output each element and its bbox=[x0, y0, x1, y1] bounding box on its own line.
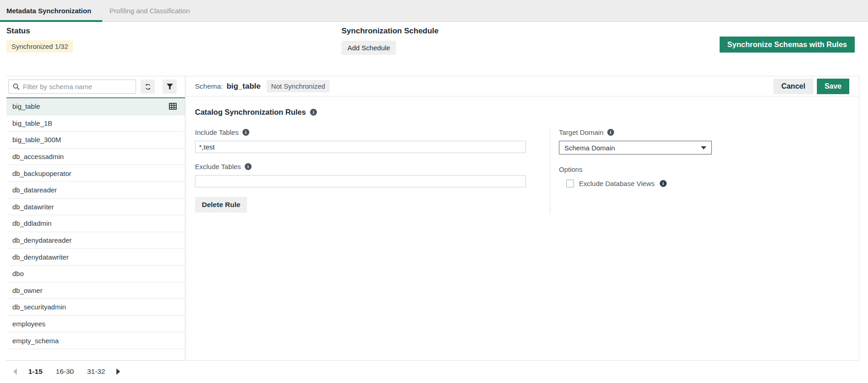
schema-item-name: db_backupoperator bbox=[12, 170, 71, 177]
search-box bbox=[8, 80, 136, 94]
tab-profiling-and-classification[interactable]: Profiling and Classification bbox=[102, 0, 197, 21]
filter-row bbox=[6, 76, 185, 98]
schema-list-item[interactable]: db_denydatawriter bbox=[6, 249, 185, 266]
pagination-page[interactable]: 16-30 bbox=[56, 367, 74, 376]
tab-metadata-synchronization[interactable]: Metadata Synchronization bbox=[0, 0, 102, 21]
exclude-database-views-checkbox[interactable] bbox=[566, 180, 574, 187]
main-panel-body: Catalog Synchronization Rules Include Ta… bbox=[185, 96, 859, 360]
schema-item-name: db_datawriter bbox=[12, 203, 54, 211]
status-block: Status Synchronized 1/32 bbox=[6, 27, 73, 53]
pagination-page[interactable]: 31-32 bbox=[87, 367, 105, 376]
table-grid-icon bbox=[169, 103, 177, 110]
schema-list-item[interactable]: db_securityadmin bbox=[6, 299, 185, 316]
refresh-icon bbox=[144, 83, 152, 90]
pagination-page[interactable]: 1-15 bbox=[28, 367, 42, 376]
rules-title: Catalog Synchronization Rules bbox=[195, 108, 306, 117]
target-domain-form: Target Domain Schema Domain Options Excl… bbox=[559, 128, 755, 187]
schema-list-item[interactable]: big_table bbox=[6, 98, 185, 115]
schema-item-name: employees bbox=[12, 320, 46, 328]
schema-list-item[interactable]: employees bbox=[6, 316, 185, 333]
page-header: Status Synchronized 1/32 Synchronization… bbox=[0, 22, 868, 76]
schema-item-name: db_accessadmin bbox=[12, 153, 64, 160]
options-label: Options bbox=[559, 165, 755, 173]
schema-item-name: big_table bbox=[12, 102, 40, 110]
info-icon[interactable] bbox=[242, 129, 249, 136]
schema-list-item[interactable]: big_table_300M bbox=[6, 132, 185, 149]
schema-item-name: big_table_300M bbox=[12, 136, 61, 144]
schema-pagination: 1-1516-3031-32 bbox=[0, 361, 868, 376]
exclude-database-views-label: Exclude Database Views bbox=[579, 180, 655, 187]
schedule-block: Synchronization Schedule Add Schedule bbox=[342, 27, 439, 55]
info-icon[interactable] bbox=[660, 180, 667, 187]
info-icon[interactable] bbox=[310, 109, 317, 116]
pagination-prev-icon[interactable] bbox=[13, 368, 17, 375]
not-synchronized-badge: Not Synchronized bbox=[267, 80, 330, 92]
selected-schema-name: big_table bbox=[226, 82, 261, 91]
main-panel-header: Schema: big_table Not Synchronized Cance… bbox=[185, 76, 859, 96]
target-domain-label: Target Domain bbox=[559, 128, 604, 136]
include-tables-input[interactable] bbox=[195, 141, 526, 153]
schema-item-name: db_denydatawriter bbox=[12, 253, 68, 261]
funnel-icon bbox=[166, 83, 174, 90]
schema-item-name: db_owner bbox=[12, 287, 42, 294]
schema-list-item[interactable]: db_owner bbox=[6, 282, 185, 299]
schema-list-item[interactable]: db_backupoperator bbox=[6, 165, 185, 182]
tab-bar: Metadata Synchronization Profiling and C… bbox=[0, 0, 868, 22]
schema-sidebar: big_table big_table_1B big_table_300M db… bbox=[6, 76, 185, 361]
exclude-tables-label: Exclude Tables bbox=[195, 163, 241, 170]
schema-item-name: db_datareader bbox=[12, 186, 57, 194]
schema-list-item[interactable]: db_accessadmin bbox=[6, 149, 185, 165]
content-area: big_table big_table_1B big_table_300M db… bbox=[6, 76, 859, 361]
search-icon bbox=[13, 83, 20, 90]
chevron-down-icon bbox=[701, 146, 706, 149]
exclude-tables-input[interactable] bbox=[195, 175, 526, 187]
schema-filter-input[interactable] bbox=[23, 83, 132, 90]
add-schedule-button[interactable]: Add Schedule bbox=[342, 41, 396, 55]
pagination-pages: 1-1516-3031-32 bbox=[28, 367, 105, 376]
refresh-button[interactable] bbox=[141, 80, 155, 94]
schema-list-item[interactable]: db_datawriter bbox=[6, 199, 185, 216]
schema-label: Schema: bbox=[195, 82, 223, 90]
schema-item-name: db_ddladmin bbox=[12, 219, 52, 227]
schema-item-name: db_securityadmin bbox=[12, 303, 66, 311]
status-badge: Synchronized 1/32 bbox=[6, 40, 73, 53]
save-button[interactable]: Save bbox=[817, 79, 849, 94]
cancel-button[interactable]: Cancel bbox=[773, 79, 813, 94]
schema-list-item[interactable]: db_denydatareader bbox=[6, 232, 185, 249]
filter-button[interactable] bbox=[163, 80, 177, 94]
schema-item-name: empty_schema bbox=[12, 337, 59, 345]
info-icon[interactable] bbox=[245, 163, 252, 170]
pagination-next-icon[interactable] bbox=[116, 368, 120, 375]
schema-item-name: big_table_1B bbox=[12, 119, 53, 127]
status-title: Status bbox=[6, 27, 73, 36]
main-panel: Schema: big_table Not Synchronized Cance… bbox=[185, 76, 859, 361]
schema-list-item[interactable]: empty_schema bbox=[6, 332, 185, 349]
schema-list-item[interactable]: db_ddladmin bbox=[6, 215, 185, 232]
schema-list-item[interactable]: dbo bbox=[6, 266, 185, 282]
schedule-title: Synchronization Schedule bbox=[342, 27, 439, 36]
include-tables-label: Include Tables bbox=[195, 128, 239, 136]
schema-item-name: dbo bbox=[12, 270, 24, 277]
schema-list-item[interactable]: big_table_1B bbox=[6, 115, 185, 132]
schema-list-item[interactable]: db_datareader bbox=[6, 182, 185, 199]
rules-form: Include Tables Exclude Tables Delete Rul… bbox=[195, 128, 526, 213]
target-domain-select[interactable]: Schema Domain bbox=[559, 141, 712, 154]
delete-rule-button[interactable]: Delete Rule bbox=[195, 197, 247, 213]
synchronize-schemas-button[interactable]: Synchronize Schemas with Rules bbox=[720, 37, 855, 53]
target-domain-value: Schema Domain bbox=[564, 144, 615, 152]
schema-item-name: db_denydatareader bbox=[12, 236, 72, 244]
info-icon[interactable] bbox=[607, 129, 614, 136]
schema-list: big_table big_table_1B big_table_300M db… bbox=[6, 98, 185, 360]
column-divider bbox=[550, 128, 550, 214]
